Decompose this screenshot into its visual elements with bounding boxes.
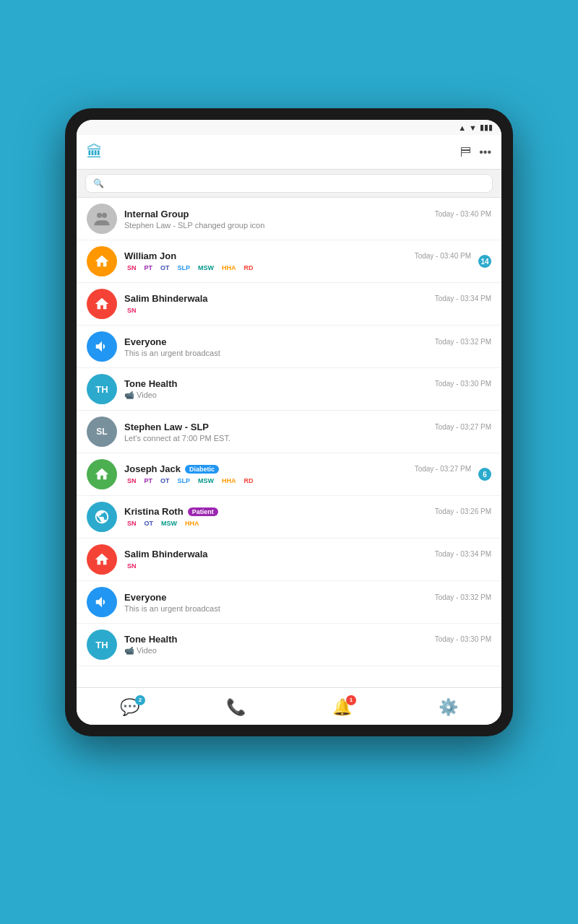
search-input-container[interactable]: 🔍: [85, 174, 493, 193]
message-time: Today - 03:32 PM: [435, 593, 491, 601]
tag: PT: [142, 263, 156, 272]
label-badge: Diabetic: [185, 465, 219, 474]
message-content: Tone HealthToday - 03:30 PM📹 Video: [124, 634, 491, 655]
nav-item[interactable]: 📞: [226, 698, 246, 717]
avatar: [87, 289, 117, 319]
avatar: [87, 544, 117, 575]
message-tags: SNOTMSWHHA: [124, 519, 491, 528]
avatar: TH: [87, 374, 117, 404]
message-name: Tone Health: [124, 634, 177, 645]
message-name: William Jon: [124, 250, 176, 261]
message-name: Salim Bhinderwala: [124, 549, 208, 559]
message-name: Internal Group: [124, 209, 189, 219]
bottom-nav: 💬2📞🔔1⚙️: [77, 687, 501, 725]
tag: SN: [124, 306, 139, 315]
header-icons: ⛿ •••: [460, 146, 491, 159]
tag: MSW: [195, 476, 217, 485]
message-item[interactable]: Kristina RothPatientToday - 03:26 PMSNOT…: [77, 496, 501, 539]
wifi-icon: ▼: [469, 123, 477, 132]
message-badge: 14: [478, 255, 491, 268]
message-item[interactable]: William JonToday - 03:40 PMSNPTOTSLPMSWH…: [77, 240, 501, 283]
message-content: EveryoneToday - 03:32 PMThis is an urgen…: [124, 336, 491, 357]
app-header: 🏛 ⛿ •••: [77, 135, 501, 170]
message-name: Tone Health: [124, 378, 177, 389]
message-item[interactable]: SLStephen Law - SLPToday - 03:27 PMLet's…: [77, 411, 501, 453]
message-name: Everyone: [124, 336, 167, 347]
tablet-screen: ▲ ▼ ▮▮▮ 🏛 ⛿ ••• 🔍: [77, 120, 501, 725]
svg-point-1: [102, 213, 107, 218]
message-item[interactable]: Salim BhinderwalaToday - 03:34 PMSN: [77, 539, 501, 581]
svg-point-0: [97, 213, 102, 218]
message-name: Everyone: [124, 592, 167, 603]
message-preview: Stephen Law - SLP changed group icon: [124, 221, 491, 230]
avatar: [87, 502, 117, 532]
tag: HHA: [219, 476, 239, 485]
tag: OT: [158, 476, 173, 485]
nav-icon: ⚙️: [439, 698, 458, 717]
message-tags: SN: [124, 562, 491, 570]
hero-text: [246, 43, 332, 79]
message-time: Today - 03:27 PM: [435, 423, 491, 431]
message-time: Today - 03:34 PM: [435, 550, 491, 558]
nav-item[interactable]: 💬2: [120, 698, 139, 717]
message-item[interactable]: EveryoneToday - 03:32 PMThis is an urgen…: [77, 581, 501, 624]
message-preview: 📹 Video: [124, 391, 491, 400]
avatar: [87, 246, 117, 276]
nav-item[interactable]: ⚙️: [439, 698, 458, 717]
message-item[interactable]: Internal GroupToday - 03:40 PMStephen La…: [77, 198, 501, 240]
avatar: [87, 204, 117, 234]
signal-icon: ▲: [458, 123, 466, 132]
tag: PT: [142, 476, 156, 485]
message-time: Today - 03:40 PM: [415, 252, 471, 260]
tag: SN: [124, 263, 139, 272]
label-badge: Patient: [188, 507, 218, 516]
message-tags: SN: [124, 306, 491, 315]
tag: RD: [241, 263, 256, 272]
avatar: [87, 331, 117, 362]
status-icons: ▲ ▼ ▮▮▮: [458, 123, 493, 132]
filter-icon[interactable]: ⛿: [460, 146, 472, 159]
tag: SN: [124, 562, 139, 570]
tag: MSW: [158, 519, 180, 528]
nav-icon: 📞: [226, 698, 246, 717]
message-time: Today - 03:27 PM: [415, 465, 471, 473]
tag: SN: [124, 519, 139, 528]
tablet-device: ▲ ▼ ▮▮▮ 🏛 ⛿ ••• 🔍: [65, 108, 513, 736]
message-content: Joseph JackDiabeticToday - 03:27 PMSNPTO…: [124, 463, 471, 485]
nav-badge: 2: [135, 695, 145, 705]
message-content: Salim BhinderwalaToday - 03:34 PMSN: [124, 293, 491, 315]
message-content: Tone HealthToday - 03:30 PM📹 Video: [124, 378, 491, 400]
message-time: Today - 03:32 PM: [435, 338, 491, 346]
logo-icon[interactable]: 🏛: [87, 143, 103, 162]
message-item[interactable]: Salim BhinderwalaToday - 03:34 PMSN: [77, 283, 501, 326]
more-icon[interactable]: •••: [479, 146, 491, 159]
message-time: Today - 03:40 PM: [435, 210, 491, 218]
message-item[interactable]: THTone HealthToday - 03:30 PM📹 Video: [77, 624, 501, 666]
message-item[interactable]: THTone HealthToday - 03:30 PM📹 Video: [77, 368, 501, 411]
message-content: Kristina RothPatientToday - 03:26 PMSNOT…: [124, 506, 491, 528]
nav-item[interactable]: 🔔1: [332, 698, 352, 717]
message-badge: 6: [478, 468, 491, 481]
message-preview: This is an urgent broadcast: [124, 349, 491, 357]
message-item[interactable]: EveryoneToday - 03:32 PMThis is an urgen…: [77, 326, 501, 368]
message-name: Joseph Jack: [124, 463, 181, 474]
tag: SLP: [175, 263, 194, 272]
avatar: SL: [87, 417, 117, 447]
tag: OT: [158, 263, 173, 272]
message-content: Internal GroupToday - 03:40 PMStephen La…: [124, 209, 491, 230]
message-preview: This is an urgent broadcast: [124, 604, 491, 613]
message-content: Stephen Law - SLPToday - 03:27 PMLet's c…: [124, 422, 491, 443]
status-bar: ▲ ▼ ▮▮▮: [77, 120, 501, 135]
message-preview: 📹 Video: [124, 646, 491, 655]
tag: RD: [241, 476, 256, 485]
message-content: EveryoneToday - 03:32 PMThis is an urgen…: [124, 592, 491, 613]
tag: MSW: [195, 263, 217, 272]
tag: OT: [142, 519, 157, 528]
message-list: Internal GroupToday - 03:40 PMStephen La…: [77, 198, 501, 687]
battery-icon: ▮▮▮: [480, 123, 493, 132]
nav-badge: 1: [346, 695, 356, 705]
message-content: Salim BhinderwalaToday - 03:34 PMSN: [124, 549, 491, 570]
message-item[interactable]: Joseph JackDiabeticToday - 03:27 PMSNPTO…: [77, 453, 501, 496]
message-name: Salim Bhinderwala: [124, 293, 208, 304]
tag: SLP: [175, 476, 194, 485]
